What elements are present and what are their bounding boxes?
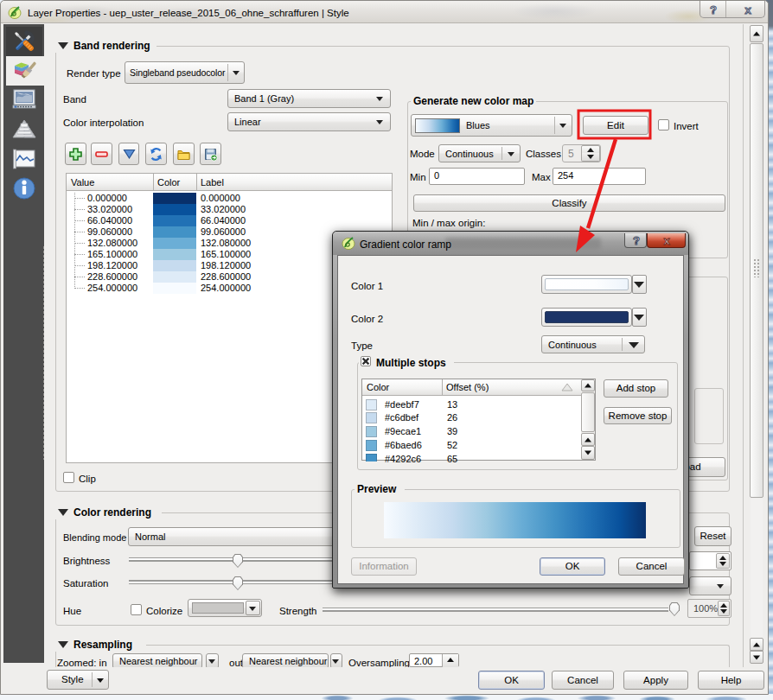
svg-text:x: x	[744, 3, 751, 16]
svg-text:x: x	[663, 234, 670, 246]
svg-text:?: ?	[633, 234, 640, 246]
svg-text:?: ?	[710, 3, 717, 16]
